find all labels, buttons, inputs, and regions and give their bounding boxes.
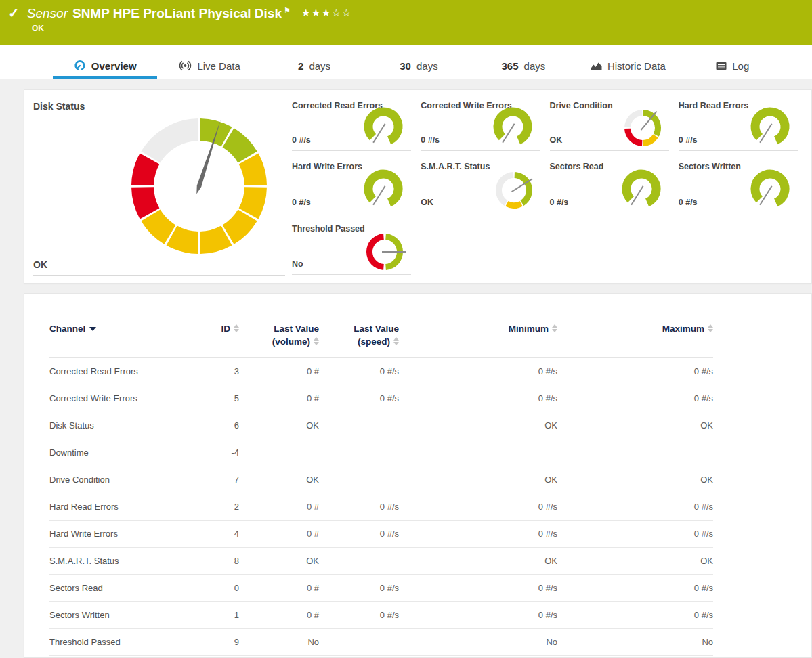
- disk-status-gauge: [127, 114, 271, 258]
- cell-last-value-volume: No: [239, 629, 319, 656]
- sensor-banner: ✓ Sensor SNMP HPE ProLiant Physical Disk…: [0, 0, 812, 45]
- cell-channel[interactable]: Sectors Read: [49, 575, 205, 602]
- s-m-a-r-t-status-gauge: [494, 171, 534, 210]
- tile-value: 0 #/s: [679, 198, 698, 207]
- cell-last-value-speed: 0 #/s: [319, 494, 399, 521]
- hard-write-errors-gauge: [362, 167, 404, 210]
- tab-label: Log: [732, 60, 749, 72]
- tile-value: OK: [421, 198, 433, 207]
- sectors-read-gauge: [620, 167, 662, 210]
- gauge-tile-disk-status[interactable]: Disk Status OK: [33, 98, 285, 276]
- cell-id: 6: [205, 412, 239, 439]
- tile-value: 0 #/s: [550, 198, 569, 207]
- gauge-icon: [74, 60, 86, 72]
- tab-log[interactable]: Log: [681, 54, 785, 79]
- cell-last-value-speed: [319, 629, 399, 656]
- table-row[interactable]: Corrected Write Errors50 #0 #/s0 #/s0 #/…: [49, 385, 713, 412]
- cell-maximum: OK: [557, 466, 713, 494]
- table-row[interactable]: Threshold Passed9NoNoNo: [49, 629, 713, 656]
- cell-minimum: [399, 439, 557, 466]
- column-header-channel[interactable]: Channel: [49, 314, 205, 358]
- gauge-tile-drive-condition[interactable]: Drive ConditionOK: [550, 98, 669, 151]
- sort-icon: [708, 324, 713, 332]
- cell-channel[interactable]: S.M.A.R.T. Status: [49, 548, 205, 575]
- priority-stars[interactable]: ★★★☆☆: [301, 7, 352, 19]
- cell-channel[interactable]: Hard Write Errors: [49, 521, 205, 548]
- cell-id: 3: [205, 358, 239, 385]
- cell-maximum: 0 #/s: [557, 521, 713, 548]
- overview-content: Disk Status OK Corrected Read Errors0 #/…: [0, 79, 812, 658]
- cell-channel[interactable]: Corrected Write Errors: [49, 385, 205, 412]
- sort-icon: [314, 337, 319, 345]
- table-row[interactable]: Sectors Read00 #0 #/s0 #/s0 #/s: [49, 575, 713, 602]
- table-row[interactable]: S.M.A.R.T. Status8OKOKOK: [49, 548, 713, 575]
- cell-id: 4: [205, 521, 239, 548]
- cell-channel[interactable]: Drive Condition: [49, 466, 205, 494]
- table-row[interactable]: Corrected Read Errors30 #0 #/s0 #/s0 #/s: [49, 358, 713, 385]
- tab-overview[interactable]: Overview: [53, 54, 157, 79]
- tab-number: 30: [400, 60, 411, 72]
- gauge-tile-corrected-write-errors[interactable]: Corrected Write Errors0 #/s: [421, 98, 540, 151]
- cell-channel[interactable]: Threshold Passed: [49, 629, 205, 656]
- tile-value: No: [292, 259, 303, 269]
- cell-last-value-speed: 0 #/s: [319, 521, 399, 548]
- cell-last-value-speed: 0 #/s: [319, 602, 399, 629]
- sensor-page: ✓ Sensor SNMP HPE ProLiant Physical Disk…: [0, 0, 812, 658]
- gauge-tile-corrected-read-errors[interactable]: Corrected Read Errors0 #/s: [292, 98, 411, 151]
- cell-channel[interactable]: Hard Read Errors: [49, 494, 205, 521]
- tile-value: OK: [550, 135, 563, 145]
- cell-channel[interactable]: Corrected Read Errors: [49, 358, 205, 385]
- sensor-status-badge: OK: [32, 24, 812, 33]
- table-row[interactable]: Hard Write Errors40 #0 #/s0 #/s0 #/s: [49, 521, 713, 548]
- column-header-maximum[interactable]: Maximum: [557, 314, 713, 358]
- log-icon: [716, 62, 727, 70]
- tab-365-days[interactable]: 365days: [471, 54, 576, 79]
- column-header-last-value-volume[interactable]: Last Value(volume): [239, 314, 319, 358]
- cell-channel[interactable]: Sectors Written: [49, 602, 205, 629]
- column-header-id[interactable]: ID: [205, 314, 239, 358]
- sort-icon: [552, 324, 557, 332]
- gauge-tile-s-m-a-r-t-status[interactable]: S.M.A.R.T. StatusOK: [421, 151, 540, 213]
- cell-channel[interactable]: Downtime: [49, 439, 205, 466]
- sectors-written-gauge: [749, 167, 791, 210]
- table-row[interactable]: Sectors Written10 #0 #/s0 #/s0 #/s: [49, 602, 713, 629]
- gauge-tile-threshold-passed[interactable]: Threshold PassedNo: [292, 213, 411, 275]
- cell-last-value-speed: [319, 439, 399, 466]
- gauge-tile-sectors-read[interactable]: Sectors Read0 #/s: [550, 151, 669, 213]
- cell-minimum: OK: [399, 548, 557, 575]
- cell-last-value-speed: [319, 466, 399, 494]
- cell-maximum: [557, 439, 713, 466]
- cell-maximum: No: [557, 629, 713, 656]
- column-header-last-value-speed[interactable]: Last Value(speed): [319, 314, 399, 358]
- sensor-kind-label: Sensor: [27, 6, 68, 21]
- tile-value: 0 #/s: [421, 135, 440, 145]
- cell-channel[interactable]: Disk Status: [49, 412, 205, 439]
- tile-label: S.M.A.R.T. Status: [421, 162, 540, 171]
- cell-maximum: 0 #/s: [557, 575, 713, 602]
- tab-live-data[interactable]: Live Data: [157, 54, 261, 79]
- tab-label: Historic Data: [607, 60, 666, 72]
- cell-maximum: 0 #/s: [557, 602, 713, 629]
- tile-value: 0 #/s: [292, 198, 311, 207]
- cell-id: -4: [205, 439, 239, 466]
- table-row[interactable]: Disk Status6OKOKOK: [49, 412, 713, 439]
- tab-2-days[interactable]: 2days: [262, 54, 366, 79]
- tab-label: days: [416, 60, 438, 72]
- tab-number: 365: [502, 60, 519, 72]
- cell-last-value-volume: 0 #: [239, 358, 319, 385]
- tab-historic-data[interactable]: Historic Data: [576, 54, 680, 79]
- cell-id: 0: [205, 575, 239, 602]
- column-header-minimum[interactable]: Minimum: [399, 314, 557, 358]
- corrected-write-errors-gauge: [492, 104, 534, 148]
- gauge-tile-hard-read-errors[interactable]: Hard Read Errors0 #/s: [679, 98, 798, 151]
- sort-desc-icon: [89, 327, 96, 331]
- gauge-tile-hard-write-errors[interactable]: Hard Write Errors0 #/s: [292, 151, 411, 213]
- tab-30-days[interactable]: 30days: [366, 54, 471, 79]
- gauge-tile-sectors-written[interactable]: Sectors Written0 #/s: [679, 151, 798, 213]
- table-row[interactable]: Hard Read Errors20 #0 #/s0 #/s0 #/s: [49, 494, 713, 521]
- table-row[interactable]: Drive Condition7OKOKOK: [49, 466, 713, 494]
- table-row[interactable]: Downtime-4: [49, 439, 713, 466]
- cell-maximum: 0 #/s: [557, 494, 713, 521]
- cell-minimum: OK: [399, 412, 557, 439]
- flag-icon[interactable]: ⚑: [284, 6, 291, 15]
